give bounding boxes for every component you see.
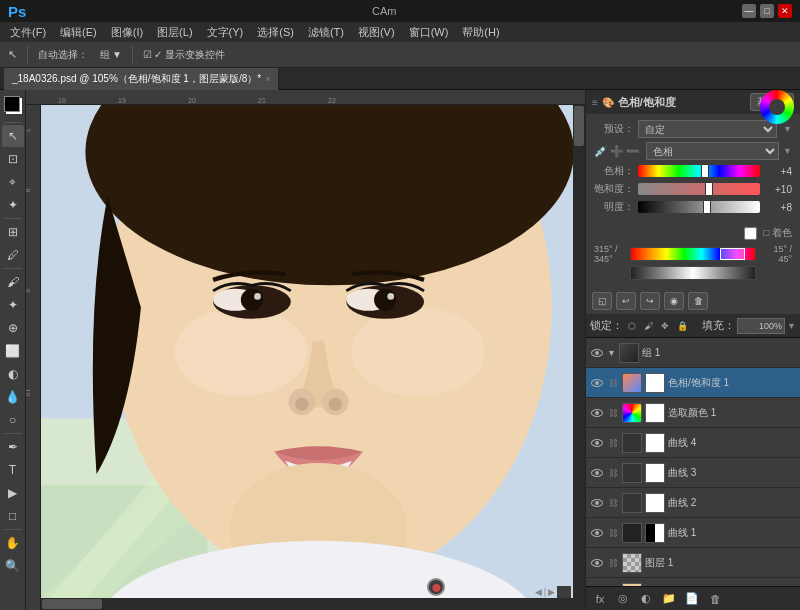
canvas-image [41,105,585,610]
minimize-button[interactable]: — [742,4,756,18]
layer-curves-4[interactable]: ⛓ 曲线 4 [586,428,800,458]
zoom-tool[interactable]: 🔍 [2,555,24,577]
layer-curves3-vis[interactable] [590,466,604,480]
marquee-tool[interactable]: ⊡ [2,148,24,170]
layer-group-1[interactable]: ▼ 组 1 [586,338,800,368]
layer-layer-1[interactable]: ⛓ 图层 1 [586,548,800,578]
hue-bar[interactable] [630,247,756,261]
shape-tool[interactable]: □ [2,505,24,527]
new-layer-button[interactable]: 📄 [682,590,702,608]
panel-action-btn-1[interactable]: ◱ [592,292,612,310]
menu-item-i[interactable]: 图像(I) [105,23,149,42]
menu-item-e[interactable]: 编辑(E) [54,23,103,42]
maximize-button[interactable]: □ [760,4,774,18]
group-arrow-1[interactable]: ▼ [607,348,616,358]
light-slider-thumb[interactable] [703,200,711,214]
show-transform-checkbox[interactable]: ☑ ✓ 显示变换控件 [139,46,229,64]
layer-curves1-vis[interactable] [590,526,604,540]
nav-next-btn[interactable]: ▶ [548,587,555,597]
move-tool-btn[interactable]: ↖ [4,46,21,63]
menu-item-s[interactable]: 选择(S) [251,23,300,42]
adjustment-button[interactable]: ◐ [636,590,656,608]
panel-action-btn-4[interactable]: ◉ [664,292,684,310]
horizontal-scroll-thumb[interactable] [42,599,102,609]
layer-curves-1[interactable]: ⛓ 曲线 1 [586,518,800,548]
layer-curves-3[interactable]: ⛓ 曲线 3 [586,458,800,488]
lock-image-btn[interactable]: 🖌 [641,320,656,332]
magic-wand-tool[interactable]: ✦ [2,194,24,216]
brush-tool[interactable]: 🖌 [2,271,24,293]
channel-remove-icon[interactable]: ➖ [626,145,640,158]
layer-curves2-vis[interactable] [590,496,604,510]
preset-dropdown-icon[interactable]: ▼ [783,124,792,134]
layer-1-visibility[interactable] [590,346,604,360]
eraser-tool[interactable]: ⬜ [2,340,24,362]
panel-action-btn-2[interactable]: ↩ [616,292,636,310]
preset-select[interactable]: 自定 [638,120,777,138]
heal-tool[interactable]: ⊕ [2,317,24,339]
light-slider-track[interactable] [638,201,760,213]
channel-add-icon[interactable]: ➕ [610,145,624,158]
folder-button[interactable]: 📁 [659,590,679,608]
vertical-scroll-thumb[interactable] [574,106,584,146]
color-wheel[interactable] [760,90,794,124]
add-mask-button[interactable]: ◎ [613,590,633,608]
layer-selcolor-vis[interactable] [590,406,604,420]
svg-point-8 [352,308,485,397]
menu-item-h[interactable]: 帮助(H) [456,23,505,42]
lasso-tool[interactable]: ⌖ [2,171,24,193]
menu-item-v[interactable]: 视图(V) [352,23,401,42]
move-tool[interactable]: ↖ [2,125,24,147]
lock-all-btn[interactable]: 🔒 [674,320,691,332]
tool-separator [4,122,22,123]
menu-item-y[interactable]: 文字(Y) [201,23,250,42]
menu-item-w[interactable]: 窗口(W) [403,23,455,42]
layer-layer1-vis[interactable] [590,556,604,570]
lock-position-btn[interactable]: ✥ [658,320,672,332]
group-select[interactable]: 组 ▼ [96,46,126,64]
channel-eyedropper-icon[interactable]: 💉 [594,145,608,158]
layer-bg-copy-2[interactable]: ⛓ 背景 副本 2 [586,578,800,586]
panel-action-btn-5[interactable]: 🗑 [688,292,708,310]
layer-curves-2[interactable]: ⛓ 曲线 2 [586,488,800,518]
panel-action-btn-3[interactable]: ↪ [640,292,660,310]
layer-huesat-1[interactable]: ⛓ 色相/饱和度 1 [586,368,800,398]
layer-huesat-vis[interactable] [590,376,604,390]
nav-prev-btn[interactable]: ◀ [535,587,542,597]
gradient-tool[interactable]: ◐ [2,363,24,385]
layer-selcolor-1[interactable]: ⛓ 选取颜色 1 [586,398,800,428]
tab-close-btn[interactable]: × [265,74,270,84]
foreground-color[interactable] [4,96,20,112]
hue-slider-thumb[interactable] [701,164,709,178]
sat-slider-thumb[interactable] [705,182,713,196]
delete-layer-button[interactable]: 🗑 [705,590,725,608]
fx-button[interactable]: fx [590,590,610,608]
menu-item-f[interactable]: 文件(F) [4,23,52,42]
tab-title: _18A0326.psd @ 105%（色相/饱和度 1，图层蒙版/8）* [12,72,261,86]
channel-dropdown-icon[interactable]: ▼ [783,146,792,156]
fill-input[interactable] [737,318,785,334]
path-selection-tool[interactable]: ▶ [2,482,24,504]
eyedropper-tool[interactable]: 🖊 [2,244,24,266]
menu-item-l[interactable]: 图层(L) [151,23,198,42]
channel-select[interactable]: 色相 [646,142,779,160]
dodge-tool[interactable]: ○ [2,409,24,431]
vertical-scrollbar[interactable] [573,105,585,610]
lock-transparent-btn[interactable]: ⬡ [625,320,639,332]
menu-item-t[interactable]: 滤镜(T) [302,23,350,42]
hand-tool[interactable]: ✋ [2,532,24,554]
crop-tool[interactable]: ⊞ [2,221,24,243]
clone-tool[interactable]: ✦ [2,294,24,316]
horizontal-scrollbar[interactable] [41,598,573,610]
text-tool[interactable]: T [2,459,24,481]
layer-curves4-vis[interactable] [590,436,604,450]
active-tab[interactable]: _18A0326.psd @ 105%（色相/饱和度 1，图层蒙版/8）* × [4,68,279,90]
blur-tool[interactable]: 💧 [2,386,24,408]
fill-dropdown-icon[interactable]: ▼ [787,321,796,331]
hue-slider-track[interactable] [638,165,760,177]
close-button[interactable]: ✕ [778,4,792,18]
sat-slider-track[interactable] [638,183,760,195]
pen-tool[interactable]: ✒ [2,436,24,458]
rotation-icon[interactable]: ⬤ [427,578,445,596]
coloring-checkbox[interactable] [744,227,757,240]
